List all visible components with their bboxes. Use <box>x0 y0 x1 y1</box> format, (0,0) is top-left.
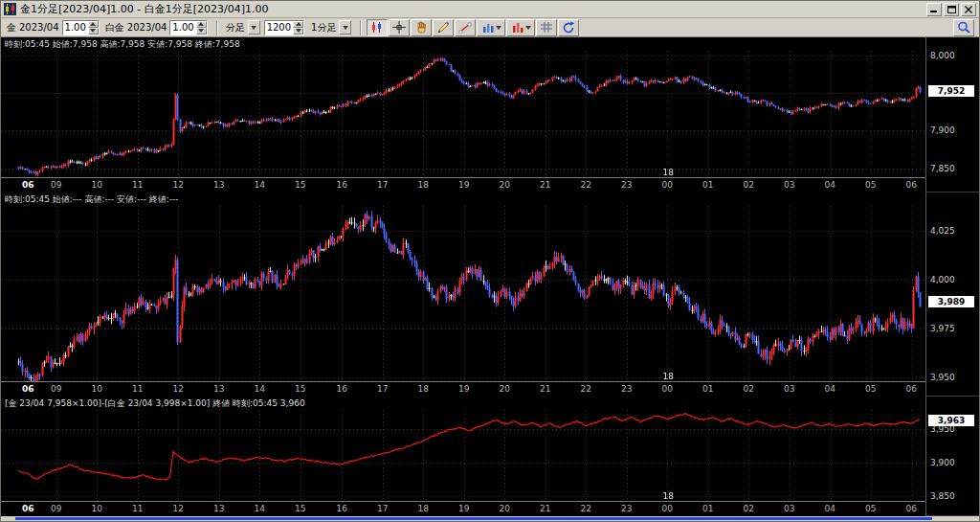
platinum-chart-panel: 時刻:05:45 始値:--- 高値:--- 安値:--- 終値:--- 060… <box>1 193 979 397</box>
time-axis-label: 01 <box>702 180 713 190</box>
spread-chart-panel: [金 23/04 7,958×1.00]-[白金 23/04 3,998×1.0… <box>1 397 979 516</box>
time-axis-label: 06 <box>906 504 917 513</box>
spread-line-chart[interactable] <box>1 410 925 501</box>
close-button[interactable] <box>961 3 976 16</box>
time-axis-label: 15 <box>295 180 305 190</box>
platinum-multiplier-value: 1.00 <box>170 21 195 34</box>
spin-up-button[interactable] <box>88 21 99 28</box>
restore-button[interactable] <box>944 3 959 16</box>
time-axis-label: 23 <box>621 180 632 190</box>
time-axis-label: 18 <box>417 384 428 394</box>
platinum-multiplier-arrows[interactable] <box>196 21 207 34</box>
histogram-dropdown-button[interactable] <box>506 19 535 36</box>
spin-down-icon <box>90 29 96 33</box>
indicator-dropdown-button[interactable] <box>477 19 505 36</box>
platinum-multiplier-spinner[interactable]: 1.00 <box>169 20 207 35</box>
gold-candlestick-chart[interactable] <box>1 51 925 177</box>
spin-down-button[interactable] <box>88 28 99 34</box>
time-axis-label: 03 <box>784 384 794 394</box>
bar-count-arrows[interactable] <box>293 21 303 34</box>
crosshair-button[interactable] <box>389 19 410 36</box>
spread-price-axis: 3,9503,9003,8503,963 <box>925 397 979 515</box>
last-price-box: 7,952 <box>928 85 974 97</box>
time-axis-label: 02 <box>743 180 753 190</box>
bar-type-combo[interactable]: 分足 <box>223 20 260 35</box>
gold-multiplier-spinner[interactable]: 1.00 <box>62 20 100 35</box>
chart-type-button[interactable] <box>367 19 388 36</box>
spin-down-icon <box>296 29 301 33</box>
zoom-button[interactable] <box>953 19 974 36</box>
time-axis-label: 03 <box>784 180 794 190</box>
time-axis-label: 02 <box>743 504 753 513</box>
chevron-down-icon <box>251 26 256 30</box>
time-axis-label: 11 <box>132 504 143 513</box>
platinum-candlestick-chart[interactable] <box>1 206 925 381</box>
time-axis-label: 19 <box>458 180 469 190</box>
gold-chart-left: 時刻:05:45 始値:7,958 高値:7,958 安値:7,958 終値:7… <box>1 37 925 193</box>
last-price-box: 3,989 <box>928 296 974 307</box>
combo-dropdown-button[interactable] <box>248 20 260 34</box>
grid-button[interactable] <box>536 19 557 36</box>
time-axis-label: 23 <box>621 384 632 394</box>
candlestick-chart-icon <box>370 21 384 34</box>
toolbar-separator <box>360 20 362 35</box>
platinum-chart-left: 時刻:05:45 始値:--- 高値:--- 安値:--- 終値:--- 060… <box>1 193 925 397</box>
time-axis-label: 16 <box>336 384 346 394</box>
price-axis-label: 3,975 <box>930 324 955 333</box>
hand-icon <box>414 21 428 34</box>
scrollbar-thumb[interactable] <box>15 517 932 520</box>
time-axis-label: 14 <box>254 384 264 394</box>
minimize-icon <box>930 6 938 13</box>
trendline-button[interactable] <box>455 19 476 36</box>
platinum-month-selector[interactable]: 2023/04 <box>127 22 167 33</box>
price-axis-label: 3,850 <box>930 491 955 501</box>
time-axis-label: 06 <box>906 180 917 190</box>
trendline-icon <box>458 21 472 34</box>
time-axis-label: 11 <box>132 180 143 190</box>
combo-dropdown-button[interactable] <box>339 20 351 34</box>
crosshair-icon <box>392 21 406 34</box>
time-axis-label: 10 <box>91 504 101 513</box>
time-axis-label: 10 <box>91 180 101 190</box>
interval-combo[interactable]: 1分足 <box>308 20 351 35</box>
toolbar: 金 2023/04 1.00 白金 2023/04 1.00 分足 1200 <box>1 18 979 37</box>
refresh-button[interactable] <box>558 19 579 36</box>
horizontal-scrollbar[interactable] <box>1 516 979 521</box>
bar-count-value: 1200 <box>265 21 293 34</box>
draw-pencil-button[interactable] <box>433 19 454 36</box>
spin-up-button[interactable] <box>196 21 207 28</box>
pan-hand-button[interactable] <box>411 19 432 36</box>
app-icon <box>4 3 16 15</box>
spin-down-button[interactable] <box>196 28 207 34</box>
time-axis-label: 21 <box>540 384 550 394</box>
bar-chart-dropdown-icon <box>481 21 495 34</box>
time-axis-label: 20 <box>499 504 509 513</box>
time-axis-label: 12 <box>172 504 183 513</box>
time-axis-label: 12 <box>172 180 183 190</box>
spread-time-axis: 0609101112131415161718192021222300010203… <box>1 501 925 516</box>
time-axis-label: 11 <box>132 384 143 394</box>
time-axis-label: 20 <box>499 384 509 394</box>
window-buttons <box>926 3 976 16</box>
bar-count-spinner[interactable]: 1200 <box>264 20 304 35</box>
spin-down-button[interactable] <box>293 28 303 34</box>
time-axis-label: 06 <box>906 384 917 394</box>
time-axis-label: 13 <box>213 384 224 394</box>
time-axis-label: 19 <box>458 384 469 394</box>
time-axis-label: 20 <box>499 180 509 190</box>
platinum-ohlc-readout: 時刻:05:45 始値:--- 高値:--- 安値:--- 終値:--- <box>1 193 925 206</box>
restore-icon <box>947 6 956 13</box>
gold-label: 金 <box>7 21 16 34</box>
spin-up-button[interactable] <box>293 21 303 28</box>
minimize-button[interactable] <box>926 3 942 16</box>
chart-region: 時刻:05:45 始値:7,958 高値:7,958 安値:7,958 終値:7… <box>1 37 979 516</box>
price-axis-label: 4,000 <box>930 275 955 284</box>
time-axis-label: 22 <box>580 180 590 190</box>
gold-multiplier-arrows[interactable] <box>88 21 99 34</box>
time-axis-label: 02 <box>743 384 753 394</box>
gold-month-selector[interactable]: 2023/04 <box>19 22 59 33</box>
time-axis-label: 09 <box>51 504 61 513</box>
chevron-down-icon <box>496 26 501 30</box>
time-axis-label: 04 <box>825 180 835 190</box>
time-axis-label: 13 <box>213 504 224 513</box>
